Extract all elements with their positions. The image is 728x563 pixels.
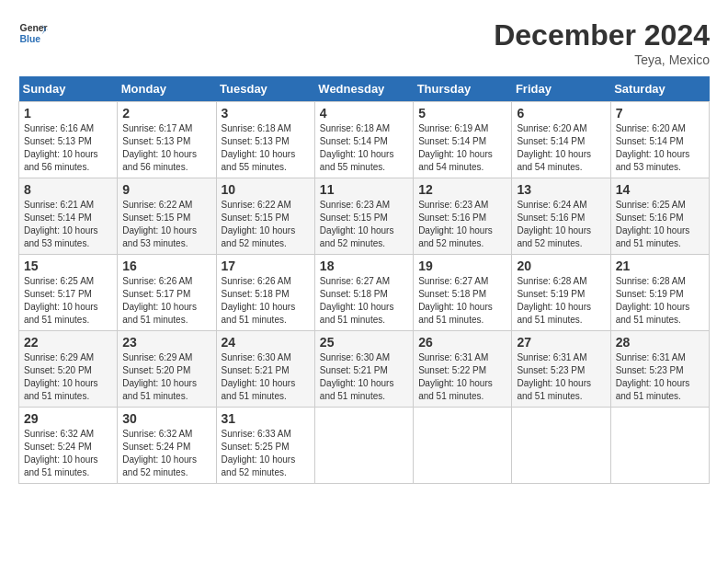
table-row: 26Sunrise: 6:31 AMSunset: 5:22 PMDayligh… <box>414 331 512 408</box>
col-monday: Monday <box>118 76 216 102</box>
month-title: December 2024 <box>494 18 710 52</box>
table-row: 18Sunrise: 6:27 AMSunset: 5:18 PMDayligh… <box>314 255 413 331</box>
logo: General Blue <box>18 18 48 48</box>
table-row: 29Sunrise: 6:32 AMSunset: 5:24 PMDayligh… <box>19 408 118 484</box>
table-row: 5Sunrise: 6:19 AMSunset: 5:14 PMDaylight… <box>414 102 512 178</box>
col-sunday: Sunday <box>19 76 118 102</box>
location: Teya, Mexico <box>494 52 710 67</box>
table-row: 8Sunrise: 6:21 AMSunset: 5:14 PMDaylight… <box>19 178 118 255</box>
table-row: 16Sunrise: 6:26 AMSunset: 5:17 PMDayligh… <box>118 255 216 331</box>
title-block: December 2024 Teya, Mexico <box>494 18 710 67</box>
col-friday: Friday <box>512 76 610 102</box>
table-row: 4Sunrise: 6:18 AMSunset: 5:14 PMDaylight… <box>314 102 413 178</box>
table-row: 12Sunrise: 6:23 AMSunset: 5:16 PMDayligh… <box>414 178 512 255</box>
table-row: 27Sunrise: 6:31 AMSunset: 5:23 PMDayligh… <box>512 331 610 408</box>
table-row: 24Sunrise: 6:30 AMSunset: 5:21 PMDayligh… <box>216 331 314 408</box>
table-row: 13Sunrise: 6:24 AMSunset: 5:16 PMDayligh… <box>512 178 610 255</box>
table-row <box>414 408 512 484</box>
table-row: 10Sunrise: 6:22 AMSunset: 5:15 PMDayligh… <box>216 178 314 255</box>
table-row: 25Sunrise: 6:30 AMSunset: 5:21 PMDayligh… <box>314 331 413 408</box>
col-saturday: Saturday <box>610 76 709 102</box>
table-row: 21Sunrise: 6:28 AMSunset: 5:19 PMDayligh… <box>610 255 709 331</box>
table-row: 14Sunrise: 6:25 AMSunset: 5:16 PMDayligh… <box>610 178 709 255</box>
table-row <box>512 408 610 484</box>
table-row: 31Sunrise: 6:33 AMSunset: 5:25 PMDayligh… <box>216 408 314 484</box>
col-tuesday: Tuesday <box>216 76 314 102</box>
col-thursday: Thursday <box>414 76 512 102</box>
calendar-table: Sunday Monday Tuesday Wednesday Thursday… <box>18 76 710 484</box>
logo-icon: General Blue <box>18 18 48 48</box>
table-row: 11Sunrise: 6:23 AMSunset: 5:15 PMDayligh… <box>314 178 413 255</box>
table-row <box>610 408 709 484</box>
table-row: 2Sunrise: 6:17 AMSunset: 5:13 PMDaylight… <box>118 102 216 178</box>
table-row: 1Sunrise: 6:16 AMSunset: 5:13 PMDaylight… <box>19 102 118 178</box>
table-row: 23Sunrise: 6:29 AMSunset: 5:20 PMDayligh… <box>118 331 216 408</box>
table-row: 19Sunrise: 6:27 AMSunset: 5:18 PMDayligh… <box>414 255 512 331</box>
table-row: 7Sunrise: 6:20 AMSunset: 5:14 PMDaylight… <box>610 102 709 178</box>
table-row: 20Sunrise: 6:28 AMSunset: 5:19 PMDayligh… <box>512 255 610 331</box>
table-row: 9Sunrise: 6:22 AMSunset: 5:15 PMDaylight… <box>118 178 216 255</box>
table-row <box>314 408 413 484</box>
table-row: 15Sunrise: 6:25 AMSunset: 5:17 PMDayligh… <box>19 255 118 331</box>
table-row: 6Sunrise: 6:20 AMSunset: 5:14 PMDaylight… <box>512 102 610 178</box>
svg-text:Blue: Blue <box>20 34 41 44</box>
table-row: 22Sunrise: 6:29 AMSunset: 5:20 PMDayligh… <box>19 331 118 408</box>
table-row: 3Sunrise: 6:18 AMSunset: 5:13 PMDaylight… <box>216 102 314 178</box>
calendar-header-row: Sunday Monday Tuesday Wednesday Thursday… <box>19 76 710 102</box>
table-row: 28Sunrise: 6:31 AMSunset: 5:23 PMDayligh… <box>610 331 709 408</box>
col-wednesday: Wednesday <box>314 76 413 102</box>
table-row: 17Sunrise: 6:26 AMSunset: 5:18 PMDayligh… <box>216 255 314 331</box>
table-row: 30Sunrise: 6:32 AMSunset: 5:24 PMDayligh… <box>118 408 216 484</box>
page-header: General Blue December 2024 Teya, Mexico <box>18 18 710 67</box>
